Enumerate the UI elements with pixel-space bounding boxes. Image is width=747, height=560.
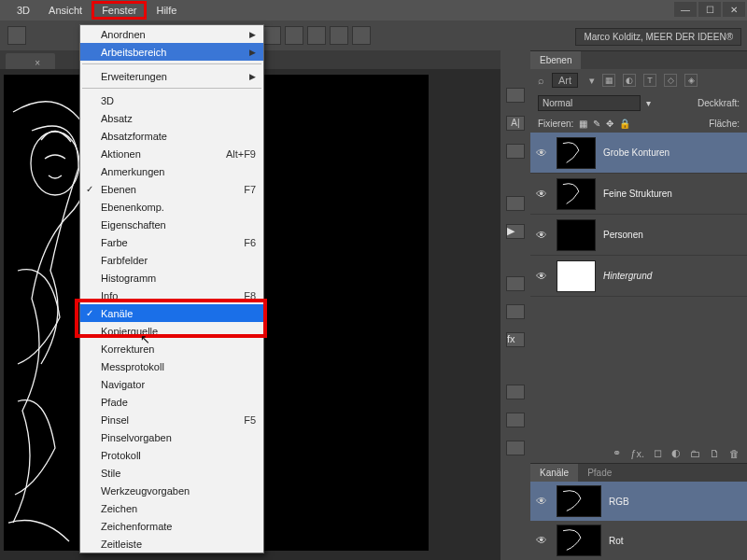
menu-pfade[interactable]: Pfade	[80, 393, 263, 411]
menu-protokoll[interactable]: Protokoll	[80, 446, 263, 464]
filter-icon[interactable]: ◇	[664, 74, 677, 87]
link-layers-icon[interactable]: ⚭	[613, 447, 621, 459]
tab-pfade[interactable]: Pfade	[578, 464, 621, 482]
layer-thumb[interactable]	[557, 178, 596, 210]
visibility-icon[interactable]: 👁	[536, 147, 549, 160]
filter-type[interactable]: Art	[552, 73, 578, 88]
close-tab-icon[interactable]: ×	[35, 58, 40, 68]
layer-thumb[interactable]	[557, 219, 596, 251]
close-button[interactable]: ✕	[723, 2, 745, 17]
lock-move-icon[interactable]: ✥	[606, 119, 613, 129]
menu-info[interactable]: InfoF8	[80, 287, 263, 304]
layer-name[interactable]: Hintergrund	[603, 271, 652, 281]
panel-icon[interactable]	[506, 196, 525, 211]
panel-icon[interactable]: ▶	[506, 224, 525, 239]
menu-hilfe[interactable]: Hilfe	[147, 2, 186, 19]
menu-kanaele[interactable]: Kanäle	[80, 304, 263, 322]
mode-icon[interactable]	[330, 26, 348, 45]
visibility-icon[interactable]: 👁	[536, 534, 549, 547]
channel-row[interactable]: 👁 RGB	[530, 482, 747, 521]
adjustment-icon[interactable]: ◐	[671, 447, 681, 459]
menu-pinselvorgaben[interactable]: Pinselvorgaben	[80, 428, 263, 446]
menu-zeichenformate[interactable]: Zeichenformate	[80, 517, 263, 535]
visibility-icon[interactable]: 👁	[536, 229, 549, 242]
layer-panel-footer: ⚭ ƒx. ◻ ◐ 🗀 🗋 🗑	[530, 443, 747, 463]
layer-row[interactable]: 👁 Feine Strukturen	[530, 174, 747, 215]
menu-ansicht[interactable]: Ansicht	[39, 2, 92, 19]
menu-ebenenkomp[interactable]: Ebenenkomp.	[80, 198, 263, 216]
channel-name: RGB	[609, 497, 629, 507]
menu-korrekturen[interactable]: Korrekturen	[80, 340, 263, 357]
filter-icon[interactable]: ◐	[623, 74, 636, 87]
lock-brush-icon[interactable]: ✎	[593, 119, 600, 129]
menu-farbfelder[interactable]: Farbfelder	[80, 251, 263, 269]
layer-row[interactable]: 👁 Grobe Konturen	[530, 133, 747, 174]
menu-3d-panel[interactable]: 3D	[80, 91, 263, 109]
blend-mode[interactable]: Normal	[538, 95, 641, 111]
menu-fenster[interactable]: Fenster	[92, 1, 147, 20]
menu-navigator[interactable]: Navigator	[80, 375, 263, 393]
channel-thumb[interactable]	[557, 485, 601, 517]
layer-row[interactable]: 👁 Personen	[530, 215, 747, 256]
panel-icon[interactable]	[506, 88, 525, 103]
visibility-icon[interactable]: 👁	[536, 270, 549, 283]
fx-icon[interactable]: ƒx.	[630, 448, 644, 459]
menu-eigenschaften[interactable]: Eigenschaften	[80, 216, 263, 233]
panel-icon[interactable]	[506, 441, 525, 455]
menu-ebenen[interactable]: EbenenF7	[80, 180, 263, 198]
group-icon[interactable]: 🗀	[690, 448, 700, 459]
layer-name[interactable]: Grobe Konturen	[603, 147, 669, 158]
menu-aktionen[interactable]: AktionenAlt+F9	[80, 145, 263, 162]
panel-icon[interactable]: A|	[506, 116, 525, 131]
panel-icon[interactable]	[506, 276, 525, 291]
channel-row[interactable]: 👁 Rot	[530, 521, 747, 560]
mode-icon[interactable]	[307, 26, 326, 45]
mode-icon[interactable]	[285, 26, 303, 45]
panel-icon[interactable]	[506, 413, 525, 427]
menu-pinsel[interactable]: PinselF5	[80, 411, 263, 428]
menu-histogramm[interactable]: Histogramm	[80, 269, 263, 287]
panel-icon[interactable]	[506, 144, 525, 159]
panel-icon[interactable]	[506, 385, 525, 399]
filter-icon[interactable]: ▦	[602, 74, 615, 87]
layer-thumb[interactable]	[557, 260, 596, 292]
layer-thumb[interactable]	[557, 137, 596, 169]
visibility-icon[interactable]: 👁	[536, 495, 549, 508]
maximize-button[interactable]: ☐	[698, 2, 721, 17]
menu-werkzeugvorgaben[interactable]: Werkzeugvorgaben	[80, 482, 263, 499]
menu-messprotokoll[interactable]: Messprotokoll	[80, 357, 263, 375]
layer-row[interactable]: 👁 Hintergrund	[530, 256, 747, 297]
panel-icon[interactable]: fx	[506, 332, 525, 347]
filter-icon[interactable]: ◈	[684, 74, 698, 87]
tab-ebenen[interactable]: Ebenen	[530, 51, 581, 69]
tab-kanaele[interactable]: Kanäle	[530, 464, 578, 482]
mode-icon[interactable]	[352, 26, 371, 45]
submenu-arrow-icon: ▶	[249, 30, 256, 39]
menu-anmerkungen[interactable]: Anmerkungen	[80, 162, 263, 180]
lock-pixels-icon[interactable]: ▦	[579, 119, 587, 129]
mode-icon[interactable]	[262, 26, 281, 45]
mask-icon[interactable]: ◻	[654, 447, 662, 459]
menu-3d[interactable]: 3D	[7, 2, 39, 19]
layer-name[interactable]: Feine Strukturen	[603, 189, 672, 199]
menu-absatzformate[interactable]: Absatzformate	[80, 127, 263, 145]
new-layer-icon[interactable]: 🗋	[710, 448, 720, 459]
menu-zeitleiste[interactable]: Zeitleiste	[80, 535, 263, 553]
channel-thumb[interactable]	[557, 525, 601, 556]
menu-zeichen[interactable]: Zeichen	[80, 499, 263, 517]
lock-all-icon[interactable]: 🔒	[619, 119, 630, 129]
menu-absatz[interactable]: Absatz	[80, 109, 263, 127]
menu-anordnen[interactable]: Anordnen▶	[80, 25, 263, 43]
tool-icon[interactable]	[7, 26, 26, 45]
menu-arbeitsbereich[interactable]: Arbeitsbereich▶	[80, 43, 263, 61]
delete-icon[interactable]: 🗑	[729, 448, 740, 459]
menu-stile[interactable]: Stile	[80, 464, 263, 482]
minimize-button[interactable]: —	[674, 2, 697, 17]
menu-farbe[interactable]: FarbeF6	[80, 233, 263, 251]
panel-icon[interactable]	[506, 304, 525, 319]
visibility-icon[interactable]: 👁	[536, 188, 549, 201]
filter-icon[interactable]: T	[643, 74, 656, 87]
menu-erweiterungen[interactable]: Erweiterungen▶	[80, 67, 263, 85]
layer-name[interactable]: Personen	[603, 230, 643, 240]
menu-kopierquelle[interactable]: Kopierquelle	[80, 322, 263, 340]
